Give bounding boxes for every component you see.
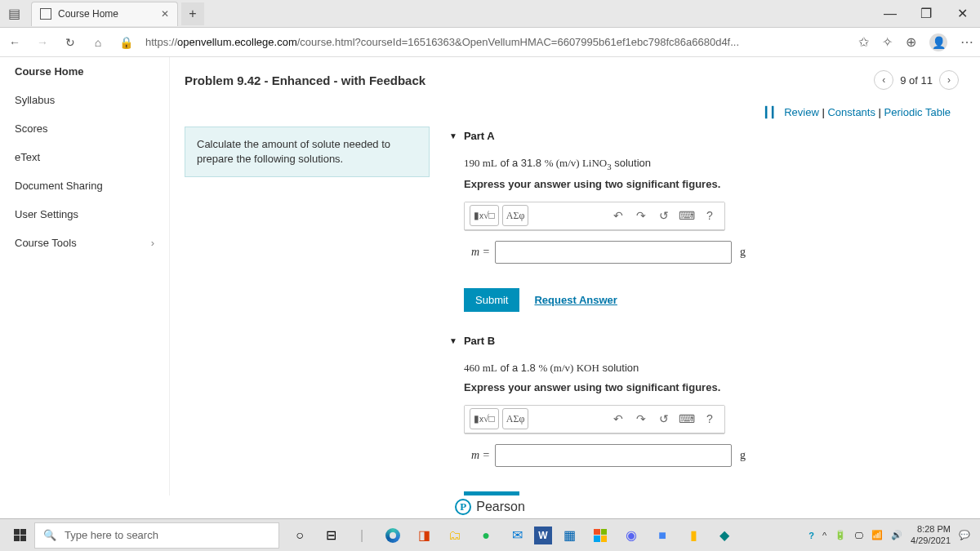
greek-button[interactable]: ΑΣφ	[502, 205, 529, 226]
app-icon-teal[interactable]: ◆	[710, 522, 738, 549]
start-button[interactable]	[5, 522, 34, 549]
more-menu-icon[interactable]: ⋯	[960, 34, 973, 50]
part-a-unit: g	[732, 246, 746, 259]
part-b-answer-box: ▮ x√□ ΑΣφ ↶ ↷ ↺ ⌨ ?	[464, 405, 725, 434]
reset-icon[interactable]: ↺	[654, 209, 674, 222]
greek-button[interactable]: ΑΣφ	[502, 408, 529, 429]
part-b-unit: g	[732, 449, 746, 462]
lock-icon: 🔒	[118, 36, 134, 49]
home-button[interactable]: ⌂	[90, 36, 106, 49]
part-a-answer-box: ▮ x√□ ΑΣφ ↶ ↷ ↺ ⌨ ?	[464, 202, 725, 231]
course-sidebar: Course Home Syllabus Scores eText Docume…	[0, 57, 170, 518]
part-a-header[interactable]: ▼ Part A	[449, 127, 959, 145]
help-tray-icon[interactable]: ?	[808, 531, 814, 540]
sidebar-item-course-home[interactable]: Course Home	[0, 57, 169, 86]
part-a-var-label: m =	[464, 246, 495, 259]
edge-icon[interactable]	[379, 522, 407, 549]
close-tab-icon[interactable]: ✕	[161, 8, 169, 20]
notifications-icon[interactable]: 💬	[959, 530, 970, 540]
windows-taskbar: 🔍 Type here to search ○ ⊟ | ◨ 🗂 ● ✉ W ▦ …	[0, 518, 980, 551]
tab-actions-icon[interactable]: ▤	[0, 0, 28, 28]
review-link[interactable]: Review	[784, 106, 819, 118]
templates-button[interactable]: ▮ x√□	[470, 205, 499, 226]
keyboard-icon[interactable]: ⌨	[677, 412, 697, 425]
undo-icon[interactable]: ↶	[608, 412, 628, 425]
part-b-submit-button[interactable]: Submit	[464, 491, 519, 515]
sidebar-item-scores[interactable]: Scores	[0, 114, 169, 143]
back-button[interactable]: ←	[7, 36, 23, 49]
sidebar-item-user-settings[interactable]: User Settings	[0, 200, 169, 229]
reset-icon[interactable]: ↺	[654, 412, 674, 425]
task-view-icon[interactable]: ⊟	[317, 522, 345, 549]
taskbar-search[interactable]: 🔍 Type here to search	[34, 522, 279, 549]
tray-expand-icon[interactable]: ^	[822, 531, 826, 540]
part-b-header[interactable]: ▼ Part B	[449, 331, 959, 350]
file-explorer-icon[interactable]: 🗂	[441, 522, 469, 549]
app-icon[interactable]: ⊕	[906, 34, 916, 50]
keyboard-icon[interactable]: ⌨	[677, 209, 697, 222]
part-a-request-answer[interactable]: Request Answer	[534, 294, 617, 306]
part-b-question: 460 mL of a 1.8 % (m/v) KOH solution	[464, 362, 956, 375]
calculator-icon[interactable]: ▦	[555, 522, 583, 549]
help-icon[interactable]: ?	[700, 209, 719, 222]
part-b-var-label: m =	[464, 449, 495, 462]
undo-icon[interactable]: ↶	[608, 209, 628, 222]
profile-avatar[interactable]: 👤	[929, 33, 947, 51]
favorite-icon[interactable]: ✩	[858, 34, 869, 50]
collapse-icon: ▼	[449, 336, 457, 345]
problem-title: Problem 9.42 - Enhanced - with Feedback	[185, 73, 425, 87]
instructions-box: Calculate the amount of solute needed to…	[185, 127, 430, 177]
tab-favicon	[40, 8, 51, 20]
part-b-request-answer[interactable]: Request Answer	[534, 497, 617, 509]
sidebar-item-document-sharing[interactable]: Document Sharing	[0, 171, 169, 200]
refresh-button[interactable]: ↻	[62, 36, 78, 49]
display-icon[interactable]: 🖵	[854, 531, 863, 540]
ms-store-icon[interactable]	[586, 522, 614, 549]
sidebar-item-etext[interactable]: eText	[0, 143, 169, 171]
part-b-answer-input[interactable]	[495, 444, 732, 467]
collapse-icon: ▼	[449, 131, 457, 140]
help-icon[interactable]: ?	[700, 412, 719, 425]
problem-counter: 9 of 11	[900, 74, 933, 87]
address-bar[interactable]: https://openvellum.ecollege.com/course.h…	[145, 36, 847, 48]
battery-icon[interactable]: 🔋	[835, 530, 846, 540]
part-a-question: 190 mL of a 31.8 % (m/v) LiNO3 solution	[464, 157, 956, 171]
taskbar-clock[interactable]: 8:28 PM 4/29/2021	[911, 524, 951, 545]
search-icon: 🔍	[43, 529, 56, 541]
templates-button[interactable]: ▮ x√□	[470, 408, 499, 429]
wifi-icon[interactable]: 📶	[871, 530, 883, 540]
redo-icon[interactable]: ↷	[631, 209, 651, 222]
part-a-sigfig: Express your answer using two significan…	[464, 178, 956, 190]
new-tab-button[interactable]: +	[181, 2, 204, 25]
part-b-sigfig: Express your answer using two significan…	[464, 381, 956, 393]
cortana-icon[interactable]: ○	[286, 522, 314, 549]
camera-icon[interactable]: ■	[648, 522, 676, 549]
chevron-right-icon: ›	[151, 237, 154, 249]
tab-title: Course Home	[58, 8, 118, 20]
prev-problem-button[interactable]: ‹	[874, 70, 893, 90]
spotify-icon[interactable]: ●	[472, 522, 500, 549]
window-maximize[interactable]: ❐	[908, 0, 944, 28]
part-a-submit-button[interactable]: Submit	[464, 288, 519, 312]
discord-icon[interactable]: ◉	[617, 522, 645, 549]
volume-icon[interactable]: 🔊	[891, 530, 902, 540]
redo-icon[interactable]: ↷	[631, 412, 651, 425]
next-problem-button[interactable]: ›	[939, 70, 959, 90]
collections-icon[interactable]: ✧	[882, 34, 893, 50]
constants-link[interactable]: Constants	[827, 106, 875, 118]
mail-icon[interactable]: ✉	[503, 522, 531, 549]
periodic-table-link[interactable]: Periodic Table	[884, 106, 951, 118]
divider: |	[348, 522, 376, 549]
sidebar-item-syllabus[interactable]: Syllabus	[0, 86, 169, 114]
part-a-answer-input[interactable]	[495, 241, 732, 264]
window-close[interactable]: ✕	[944, 0, 980, 28]
notes-icon[interactable]: ▮	[679, 522, 707, 549]
browser-tab[interactable]: Course Home ✕	[31, 2, 178, 26]
window-minimize[interactable]: —	[872, 0, 908, 28]
word-icon[interactable]: W	[534, 527, 552, 544]
app-icon-red[interactable]: ◨	[410, 522, 438, 549]
sidebar-item-course-tools[interactable]: Course Tools›	[0, 229, 169, 257]
forward-button[interactable]: →	[34, 36, 51, 49]
pause-icon: ▎▎	[765, 106, 778, 118]
